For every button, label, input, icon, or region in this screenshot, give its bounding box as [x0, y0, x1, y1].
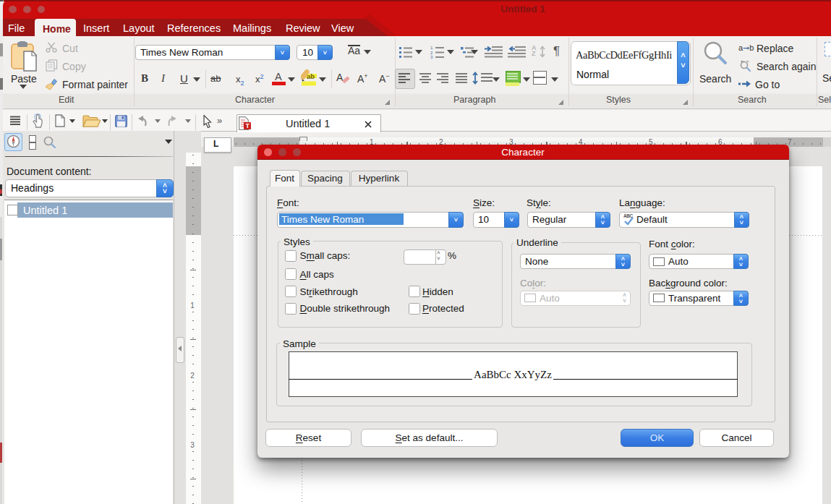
- svg-text:2: 2: [430, 51, 433, 55]
- svg-text:1: 1: [430, 46, 433, 50]
- svg-text:ab: ab: [307, 72, 315, 80]
- svg-text:3: 3: [430, 55, 433, 59]
- svg-text:...: ...: [57, 121, 61, 125]
